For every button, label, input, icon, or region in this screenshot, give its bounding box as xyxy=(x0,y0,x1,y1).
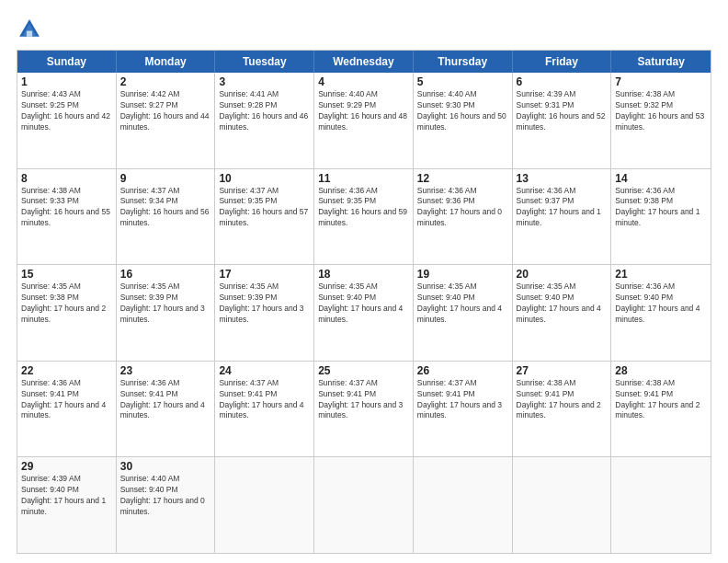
cell-sun-info: Sunrise: 4:36 AMSunset: 9:38 PMDaylight:… xyxy=(615,186,707,230)
cell-day-number: 11 xyxy=(318,172,409,185)
cell-sun-info: Sunrise: 4:36 AMSunset: 9:35 PMDaylight:… xyxy=(318,186,409,230)
cell-sun-info: Sunrise: 4:38 AMSunset: 9:33 PMDaylight:… xyxy=(21,186,112,230)
calendar-cell: 15Sunrise: 4:35 AMSunset: 9:38 PMDayligh… xyxy=(17,265,117,361)
calendar-cell: 30Sunrise: 4:40 AMSunset: 9:40 PMDayligh… xyxy=(117,457,216,553)
calendar-cell: 13Sunrise: 4:36 AMSunset: 9:37 PMDayligh… xyxy=(513,169,612,265)
cell-sun-info: Sunrise: 4:37 AMSunset: 9:41 PMDaylight:… xyxy=(219,378,310,422)
cell-day-number: 20 xyxy=(517,268,608,281)
cell-day-number: 18 xyxy=(318,268,409,281)
calendar-cell: 5Sunrise: 4:40 AMSunset: 9:30 PMDaylight… xyxy=(414,73,513,168)
weekday-header: Wednesday xyxy=(314,51,414,73)
cell-day-number: 25 xyxy=(318,364,409,377)
cell-day-number: 19 xyxy=(417,268,508,281)
calendar-cell: 16Sunrise: 4:35 AMSunset: 9:39 PMDayligh… xyxy=(117,265,216,361)
cell-day-number: 16 xyxy=(120,268,211,281)
cell-day-number: 24 xyxy=(219,364,310,377)
cell-sun-info: Sunrise: 4:35 AMSunset: 9:40 PMDaylight:… xyxy=(417,282,508,326)
calendar-cell: 28Sunrise: 4:38 AMSunset: 9:41 PMDayligh… xyxy=(611,362,711,457)
cell-sun-info: Sunrise: 4:40 AMSunset: 9:30 PMDaylight:… xyxy=(417,89,508,133)
calendar-cell: 26Sunrise: 4:37 AMSunset: 9:41 PMDayligh… xyxy=(414,362,513,457)
calendar-body: 1Sunrise: 4:43 AMSunset: 9:25 PMDaylight… xyxy=(17,73,711,553)
calendar-cell: 9Sunrise: 4:37 AMSunset: 9:34 PMDaylight… xyxy=(117,169,216,265)
calendar-row: 29Sunrise: 4:39 AMSunset: 9:40 PMDayligh… xyxy=(17,457,711,553)
cell-sun-info: Sunrise: 4:42 AMSunset: 9:27 PMDaylight:… xyxy=(120,89,211,133)
cell-sun-info: Sunrise: 4:38 AMSunset: 9:41 PMDaylight:… xyxy=(517,378,608,422)
cell-day-number: 4 xyxy=(318,75,409,88)
cell-day-number: 1 xyxy=(21,75,112,88)
calendar-cell xyxy=(314,457,414,553)
cell-day-number: 6 xyxy=(517,75,608,88)
cell-sun-info: Sunrise: 4:40 AMSunset: 9:40 PMDaylight:… xyxy=(120,474,211,518)
cell-day-number: 14 xyxy=(615,172,707,185)
calendar-cell: 14Sunrise: 4:36 AMSunset: 9:38 PMDayligh… xyxy=(611,169,711,265)
calendar-header: SundayMondayTuesdayWednesdayThursdayFrid… xyxy=(17,51,711,73)
calendar-cell: 2Sunrise: 4:42 AMSunset: 9:27 PMDaylight… xyxy=(117,73,216,168)
calendar-row: 8Sunrise: 4:38 AMSunset: 9:33 PMDaylight… xyxy=(17,169,711,266)
cell-sun-info: Sunrise: 4:35 AMSunset: 9:40 PMDaylight:… xyxy=(517,282,608,326)
calendar-row: 15Sunrise: 4:35 AMSunset: 9:38 PMDayligh… xyxy=(17,265,711,362)
cell-sun-info: Sunrise: 4:39 AMSunset: 9:40 PMDaylight:… xyxy=(21,474,112,518)
calendar-cell: 29Sunrise: 4:39 AMSunset: 9:40 PMDayligh… xyxy=(17,457,117,553)
calendar-cell xyxy=(215,457,314,553)
cell-day-number: 8 xyxy=(21,172,112,185)
calendar-cell: 4Sunrise: 4:40 AMSunset: 9:29 PMDaylight… xyxy=(314,73,414,168)
cell-day-number: 17 xyxy=(219,268,310,281)
weekday-header: Thursday xyxy=(414,51,513,73)
cell-sun-info: Sunrise: 4:38 AMSunset: 9:32 PMDaylight:… xyxy=(615,89,707,133)
cell-sun-info: Sunrise: 4:36 AMSunset: 9:41 PMDaylight:… xyxy=(120,378,211,422)
calendar-cell: 7Sunrise: 4:38 AMSunset: 9:32 PMDaylight… xyxy=(611,73,711,168)
cell-sun-info: Sunrise: 4:35 AMSunset: 9:39 PMDaylight:… xyxy=(120,282,211,326)
cell-day-number: 22 xyxy=(21,364,112,377)
calendar-cell: 19Sunrise: 4:35 AMSunset: 9:40 PMDayligh… xyxy=(414,265,513,361)
cell-sun-info: Sunrise: 4:40 AMSunset: 9:29 PMDaylight:… xyxy=(318,89,409,133)
cell-sun-info: Sunrise: 4:35 AMSunset: 9:40 PMDaylight:… xyxy=(318,282,409,326)
calendar-cell: 3Sunrise: 4:41 AMSunset: 9:28 PMDaylight… xyxy=(215,73,314,168)
weekday-header: Monday xyxy=(117,51,216,73)
weekday-header: Sunday xyxy=(17,51,117,73)
cell-sun-info: Sunrise: 4:41 AMSunset: 9:28 PMDaylight:… xyxy=(219,89,310,133)
cell-day-number: 9 xyxy=(120,172,211,185)
cell-day-number: 10 xyxy=(219,172,310,185)
cell-sun-info: Sunrise: 4:36 AMSunset: 9:37 PMDaylight:… xyxy=(517,186,608,230)
calendar-cell: 25Sunrise: 4:37 AMSunset: 9:41 PMDayligh… xyxy=(314,362,414,457)
calendar-row: 22Sunrise: 4:36 AMSunset: 9:41 PMDayligh… xyxy=(17,362,711,458)
cell-sun-info: Sunrise: 4:43 AMSunset: 9:25 PMDaylight:… xyxy=(21,89,112,133)
calendar-cell xyxy=(611,457,711,553)
logo-icon xyxy=(17,17,42,42)
cell-sun-info: Sunrise: 4:37 AMSunset: 9:35 PMDaylight:… xyxy=(219,186,310,230)
cell-sun-info: Sunrise: 4:39 AMSunset: 9:31 PMDaylight:… xyxy=(517,89,608,133)
calendar-cell: 24Sunrise: 4:37 AMSunset: 9:41 PMDayligh… xyxy=(215,362,314,457)
cell-sun-info: Sunrise: 4:36 AMSunset: 9:41 PMDaylight:… xyxy=(21,378,112,422)
cell-day-number: 2 xyxy=(120,75,211,88)
weekday-header: Saturday xyxy=(611,51,711,73)
cell-sun-info: Sunrise: 4:37 AMSunset: 9:34 PMDaylight:… xyxy=(120,186,211,230)
calendar-cell: 22Sunrise: 4:36 AMSunset: 9:41 PMDayligh… xyxy=(17,362,117,457)
cell-sun-info: Sunrise: 4:35 AMSunset: 9:38 PMDaylight:… xyxy=(21,282,112,326)
weekday-header: Friday xyxy=(513,51,612,73)
calendar-cell: 11Sunrise: 4:36 AMSunset: 9:35 PMDayligh… xyxy=(314,169,414,265)
cell-day-number: 27 xyxy=(517,364,608,377)
logo xyxy=(17,17,46,42)
svg-rect-2 xyxy=(27,31,32,37)
weekday-header: Tuesday xyxy=(215,51,314,73)
cell-day-number: 7 xyxy=(615,75,707,88)
cell-sun-info: Sunrise: 4:37 AMSunset: 9:41 PMDaylight:… xyxy=(417,378,508,422)
cell-day-number: 28 xyxy=(615,364,707,377)
calendar-cell: 6Sunrise: 4:39 AMSunset: 9:31 PMDaylight… xyxy=(513,73,612,168)
calendar-row: 1Sunrise: 4:43 AMSunset: 9:25 PMDaylight… xyxy=(17,73,711,169)
cell-sun-info: Sunrise: 4:35 AMSunset: 9:39 PMDaylight:… xyxy=(219,282,310,326)
calendar-cell: 17Sunrise: 4:35 AMSunset: 9:39 PMDayligh… xyxy=(215,265,314,361)
calendar-cell: 21Sunrise: 4:36 AMSunset: 9:40 PMDayligh… xyxy=(611,265,711,361)
cell-day-number: 13 xyxy=(517,172,608,185)
cell-day-number: 23 xyxy=(120,364,211,377)
cell-day-number: 21 xyxy=(615,268,707,281)
calendar-cell xyxy=(414,457,513,553)
calendar: SundayMondayTuesdayWednesdayThursdayFrid… xyxy=(17,50,711,554)
page-header xyxy=(17,17,711,42)
cell-sun-info: Sunrise: 4:36 AMSunset: 9:40 PMDaylight:… xyxy=(615,282,707,326)
calendar-cell: 8Sunrise: 4:38 AMSunset: 9:33 PMDaylight… xyxy=(17,169,117,265)
cell-sun-info: Sunrise: 4:37 AMSunset: 9:41 PMDaylight:… xyxy=(318,378,409,422)
calendar-cell: 23Sunrise: 4:36 AMSunset: 9:41 PMDayligh… xyxy=(117,362,216,457)
calendar-cell: 20Sunrise: 4:35 AMSunset: 9:40 PMDayligh… xyxy=(513,265,612,361)
cell-day-number: 12 xyxy=(417,172,508,185)
